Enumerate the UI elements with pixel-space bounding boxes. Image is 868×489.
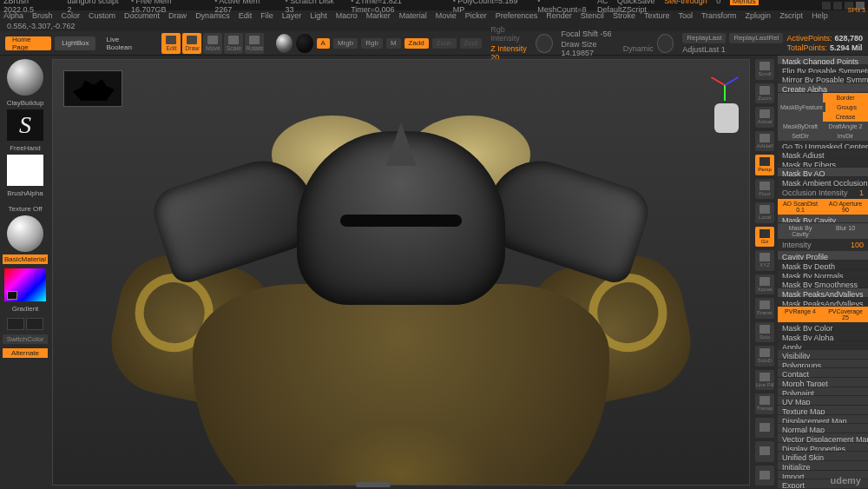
floor-button[interactable]: Floor: [755, 179, 774, 200]
menu-texture[interactable]: Texture: [644, 11, 670, 20]
menu-picker[interactable]: Picker: [465, 11, 487, 20]
tray-unified-skin[interactable]: Unified Skin: [778, 452, 868, 461]
slider-intensity[interactable]: Intensity100: [778, 239, 868, 251]
menu-macro[interactable]: Macro: [336, 11, 358, 20]
menu-custom[interactable]: Custom: [89, 11, 115, 20]
tray-maskbyfeature[interactable]: MaskByFeature: [778, 102, 825, 112]
tray-blur-10[interactable]: Blur 10: [823, 223, 868, 239]
solud-button[interactable]: SoluD: [755, 346, 774, 367]
menu-marker[interactable]: Marker: [366, 11, 391, 20]
zcut-button[interactable]: Zcut: [460, 38, 483, 49]
tray-mask-by-smoothness[interactable]: Mask By Smoothness: [778, 279, 868, 288]
tray-border[interactable]: Border: [823, 93, 868, 102]
spix-label[interactable]: SPix 3: [848, 7, 865, 13]
alpha-preview-icon[interactable]: [7, 155, 43, 186]
color-picker[interactable]: [4, 268, 46, 301]
giz-button[interactable]: Giz: [755, 227, 774, 248]
xpose-button[interactable]: Xpose: [755, 274, 774, 295]
timeline-scrollbar[interactable]: [356, 482, 391, 487]
alpha-thumbnail[interactable]: [63, 70, 122, 107]
tray-pvrange-4[interactable]: PVRange 4: [778, 307, 823, 322]
tray-cell[interactable]: [778, 112, 823, 122]
material-preview-icon[interactable]: [7, 215, 43, 252]
menu-render[interactable]: Render: [546, 11, 572, 20]
dynamic-toggle[interactable]: Dynamic: [623, 44, 654, 53]
zsub-button[interactable]: Zsub: [432, 38, 457, 49]
tray-mask-peaksandvalleys[interactable]: Mask PeaksAndValleys: [778, 298, 868, 307]
tray-contact[interactable]: Contact: [778, 368, 868, 378]
menu-draw[interactable]: Draw: [168, 11, 187, 20]
stroke-preview-icon[interactable]: S: [7, 109, 43, 141]
aahalf-button[interactable]: AAHalf: [755, 131, 774, 152]
tray-mask-adjust[interactable]: Mask Adjust: [778, 149, 868, 159]
tray-texture-map[interactable]: Texture Map: [778, 406, 868, 415]
seethrough-label[interactable]: See-through: [664, 0, 707, 5]
a-button[interactable]: A: [317, 38, 330, 49]
tray-mask-by-fibers[interactable]: Mask By Fibers: [778, 159, 868, 169]
focal-shift-slider[interactable]: Focal Shift -56: [562, 30, 654, 38]
tray-apply[interactable]: Apply: [778, 341, 868, 351]
replay-last-rel-button[interactable]: ReplayLastRel: [729, 33, 783, 43]
menu-preferences[interactable]: Preferences: [496, 11, 538, 20]
transp-button[interactable]: Transp: [755, 393, 774, 414]
tray-display-properties[interactable]: Display Properties: [778, 443, 868, 453]
lightbox-button[interactable]: LightBox: [55, 36, 95, 50]
menu-alpha[interactable]: Alpha: [3, 11, 23, 20]
tool-button[interactable]: [755, 441, 774, 462]
menu-tool[interactable]: Tool: [678, 11, 693, 20]
line-fill-button[interactable]: Line Fill: [755, 370, 774, 391]
tray-flip-by-posable-symmetry[interactable]: Flip By Posable Symmetry: [778, 65, 868, 75]
tray-mask-by-normals[interactable]: Mask By Normals: [778, 270, 868, 280]
menu-movie[interactable]: Movie: [436, 11, 457, 20]
persp-button[interactable]: Persp: [755, 155, 774, 175]
tray-crease[interactable]: Crease: [823, 112, 868, 122]
menu-file[interactable]: File: [260, 11, 273, 20]
menu-color[interactable]: Color: [62, 11, 81, 20]
tray-mask-changed-points[interactable]: Mask Changed Points: [778, 56, 868, 65]
brush-preview-icon[interactable]: [7, 59, 43, 96]
gradient-sphere-icon[interactable]: [276, 34, 293, 53]
alternate-button[interactable]: Alternate: [3, 348, 48, 358]
home-page-button[interactable]: Home Page: [5, 36, 51, 50]
tray-cavity-profile[interactable]: Cavity Profile: [778, 251, 868, 261]
local-button[interactable]: Local: [755, 202, 774, 223]
replay-last-button[interactable]: ReplayLast: [682, 33, 726, 43]
tray-mask-by-color[interactable]: Mask By Color: [778, 322, 868, 332]
tray-invdir[interactable]: InvDir: [823, 131, 868, 141]
camera-head-icon[interactable]: [714, 103, 739, 133]
adjust-last-slider[interactable]: AdjustLast 1: [682, 45, 783, 54]
tray-normal-map[interactable]: Normal Map: [778, 424, 868, 433]
menu-brush[interactable]: Brush: [32, 11, 53, 20]
mrgb-button[interactable]: Mrgb: [333, 38, 358, 49]
tray-morph-target[interactable]: Morph Target: [778, 378, 868, 387]
draw-dial-icon[interactable]: [657, 34, 674, 53]
tray-groups[interactable]: Groups: [825, 102, 868, 112]
frame-button[interactable]: Frame: [755, 298, 774, 319]
menu-dynamics[interactable]: Dynamics: [195, 11, 230, 20]
actual-button[interactable]: Actual: [755, 107, 774, 128]
menu-stencil[interactable]: Stencil: [581, 11, 604, 20]
tray-mask-by-ao[interactable]: Mask By AO: [778, 168, 868, 177]
focal-dial-icon[interactable]: [536, 34, 553, 53]
zadd-button[interactable]: Zadd: [404, 38, 429, 49]
tray-mirror-by-posable-symmetry[interactable]: Mirror By Posable Symmetry: [778, 74, 868, 83]
tray-ao-aperture-90[interactable]: AO Aperture 90: [823, 199, 868, 215]
tray-displacement-map[interactable]: Displacement Map: [778, 415, 868, 425]
tray-mask-by-depth[interactable]: Mask By Depth: [778, 261, 868, 270]
tray-ao-scandist-0-1[interactable]: AO ScanDist 0.1: [778, 199, 823, 215]
menu-document[interactable]: Document: [124, 11, 160, 20]
tool-button[interactable]: [755, 418, 774, 439]
tray-maskbydraft[interactable]: MaskByDraft: [778, 122, 823, 131]
menu-stroke[interactable]: Stroke: [613, 11, 635, 20]
tray-visibility[interactable]: Visibility: [778, 350, 868, 360]
solo-button[interactable]: Solo: [755, 322, 774, 343]
menu-light[interactable]: Light: [310, 11, 327, 20]
tray-vector-displacement-map[interactable]: Vector Displacement Map: [778, 433, 868, 443]
slider-occlusion-intensity[interactable]: Occlusion Intensity1: [778, 187, 868, 199]
edit-mode-button[interactable]: Edit: [161, 33, 181, 54]
tray-go-to-unmasked-center[interactable]: Go To Unmasked Center: [778, 141, 868, 150]
tray-mask-ambient-occlusion[interactable]: Mask Ambient Occlusion: [778, 177, 868, 187]
gradient-label[interactable]: Gradient: [12, 305, 39, 313]
move-mode-button[interactable]: Move: [203, 33, 222, 54]
scale-mode-button[interactable]: Scale: [224, 33, 243, 54]
